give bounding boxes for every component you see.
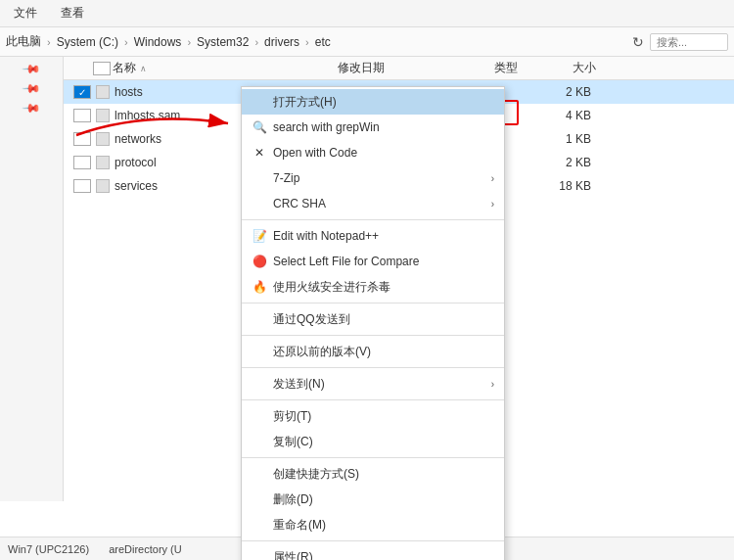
context-menu: 打开方式(H)🔍search with grepWin✕Open with Co… (241, 86, 505, 560)
breadcrumb-drivers[interactable]: drivers (264, 35, 299, 49)
menu-separator (242, 540, 504, 541)
addressbar: 此电脑 › System (C:) › Windows › System32 ›… (0, 27, 734, 57)
menu-label-select-left: Select Left File for Compare (273, 255, 494, 268)
menu-label-notepad-edit: Edit with Notepad++ (273, 229, 494, 243)
menu-icon-open-vscode: ✕ (252, 145, 267, 161)
menu-icon-select-left: 🔴 (252, 254, 267, 269)
file-icon (95, 85, 111, 99)
menu-item-rename[interactable]: 重命名(M) (242, 512, 504, 537)
menu-icon-send-to (252, 376, 267, 392)
file-checkbox[interactable] (73, 179, 91, 193)
menu-label-fire-scan: 使用火绒安全进行杀毒 (273, 279, 494, 296)
status-item-0: Win7 (UPC2126) (8, 543, 89, 555)
file-checkbox[interactable] (73, 132, 91, 146)
menu-item-qq-send[interactable]: 通过QQ发送到 (242, 306, 504, 332)
file-size: 18 KB (540, 179, 599, 193)
menu-item-create-shortcut[interactable]: 创建快捷方式(S) (242, 461, 504, 487)
explorer-window: 文件 查看 此电脑 › System (C:) › Windows › Syst… (0, 0, 734, 560)
col-header-type[interactable]: 类型 (494, 60, 573, 76)
menu-icon-search-grep: 🔍 (252, 119, 267, 135)
menu-submenu-arrow-7zip: › (491, 173, 494, 184)
menu-label-restore: 还原以前的版本(V) (273, 344, 494, 360)
menu-label-create-shortcut: 创建快捷方式(S) (273, 466, 494, 483)
col-header-name[interactable]: 名称 ∧ (113, 60, 338, 76)
menu-item-fire-scan[interactable]: 🔥使用火绒安全进行杀毒 (242, 274, 504, 300)
menu-icon-open-with (252, 94, 267, 110)
menu-item-send-to[interactable]: 发送到(N)› (242, 371, 504, 397)
breadcrumb-drive[interactable]: System (C:) (57, 35, 118, 49)
menu-item-open-with[interactable]: 打开方式(H) (242, 89, 504, 115)
menu-item-7zip[interactable]: 7-Zip› (242, 165, 504, 191)
menu-label-open-vscode: Open with Code (273, 146, 494, 160)
breadcrumb-sep-4: › (305, 36, 309, 48)
menu-separator (242, 367, 504, 368)
file-checkbox[interactable] (73, 109, 91, 122)
col-header-date[interactable]: 修改日期 (338, 60, 494, 76)
menu-submenu-arrow-send-to: › (491, 379, 494, 390)
menu-label-cut: 剪切(T) (273, 408, 494, 425)
menu-separator (242, 335, 504, 336)
column-headers: 名称 ∧ 修改日期 类型 大小 (64, 57, 734, 80)
file-size: 2 KB (540, 156, 599, 169)
file-size: 4 KB (540, 109, 599, 122)
menu-item-copy[interactable]: 复制(C) (242, 429, 504, 454)
menu-label-qq-send: 通过QQ发送到 (273, 311, 494, 328)
menu-separator (242, 219, 504, 220)
menu-icon-7zip (252, 170, 267, 186)
menu-label-delete: 删除(D) (273, 491, 494, 508)
sort-arrow: ∧ (140, 64, 147, 73)
header-checkbox[interactable] (93, 62, 111, 75)
menu-item-notepad-edit[interactable]: 📝Edit with Notepad++ (242, 223, 504, 249)
menu-label-open-with: 打开方式(H) (273, 94, 494, 111)
menu-label-send-to: 发送到(N) (273, 376, 485, 393)
menu-item-open-vscode[interactable]: ✕Open with Code (242, 140, 504, 165)
breadcrumb-sep-1: › (124, 36, 128, 48)
menu-label-crcsha: CRC SHA (273, 197, 485, 210)
toolbar-file-btn[interactable]: 文件 (8, 3, 43, 23)
menu-icon-crcsha (252, 196, 267, 211)
menu-icon-restore (252, 344, 267, 359)
menu-separator (242, 457, 504, 458)
menu-label-rename: 重命名(M) (273, 517, 494, 534)
menu-icon-cut (252, 408, 267, 424)
menu-item-cut[interactable]: 剪切(T) (242, 403, 504, 429)
menu-icon-fire-scan: 🔥 (252, 279, 267, 295)
sidebar: 📌 📌 📌 (0, 57, 64, 501)
search-input[interactable] (650, 33, 728, 51)
file-icon (95, 179, 111, 193)
menu-icon-properties (252, 549, 267, 560)
breadcrumb-system32[interactable]: System32 (197, 35, 249, 49)
menu-item-crcsha[interactable]: CRC SHA› (242, 191, 504, 216)
col-header-size[interactable]: 大小 (573, 60, 631, 76)
menu-item-properties[interactable]: 属性(R) (242, 544, 504, 560)
menu-item-select-left[interactable]: 🔴Select Left File for Compare (242, 249, 504, 274)
breadcrumb-windows[interactable]: Windows (134, 35, 182, 49)
breadcrumb-sep-0: › (47, 36, 51, 48)
refresh-button[interactable]: ↻ (632, 34, 644, 50)
file-icon (95, 156, 111, 169)
breadcrumb-computer[interactable]: 此电脑 (6, 33, 41, 50)
menu-icon-delete (252, 491, 267, 507)
menu-label-search-grep: search with grepWin (273, 120, 494, 134)
file-checkbox[interactable]: ✓ (73, 85, 91, 99)
file-size: 2 KB (540, 85, 599, 99)
menu-item-delete[interactable]: 删除(D) (242, 487, 504, 512)
menu-item-restore[interactable]: 还原以前的版本(V) (242, 339, 504, 364)
breadcrumb-etc[interactable]: etc (315, 35, 331, 49)
file-size: 1 KB (540, 132, 599, 146)
menu-icon-create-shortcut (252, 466, 267, 482)
pin-icon-3[interactable]: 📌 (21, 97, 43, 119)
file-icon (95, 109, 111, 122)
menu-icon-copy (252, 434, 267, 449)
menu-submenu-arrow-crcsha: › (491, 199, 494, 210)
menu-separator (242, 303, 504, 303)
file-checkbox[interactable] (73, 156, 91, 169)
menu-item-search-grep[interactable]: 🔍search with grepWin (242, 115, 504, 140)
menu-label-copy: 复制(C) (273, 434, 494, 450)
breadcrumb-sep-2: › (187, 36, 191, 48)
toolbar-view-btn[interactable]: 查看 (55, 3, 90, 23)
menu-icon-rename (252, 517, 267, 533)
status-item-1: areDirectory (U (109, 543, 182, 555)
menu-icon-notepad-edit: 📝 (252, 228, 267, 244)
toolbar: 文件 查看 (0, 0, 734, 27)
